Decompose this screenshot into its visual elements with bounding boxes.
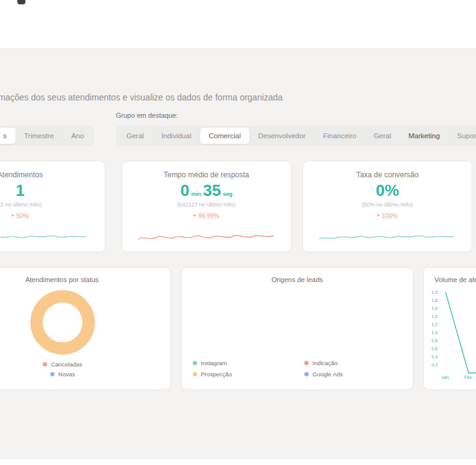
tab-group-individual[interactable]: Individual	[152, 128, 200, 144]
legend-label: Prospecção	[201, 371, 232, 378]
legend-item-canceladas: Canceladas	[43, 361, 82, 368]
tempo-seconds: 35	[203, 182, 221, 200]
tab-period-mes[interactable]: s	[0, 128, 15, 144]
card-tempo-value: 0 min 35 seg	[180, 182, 232, 200]
tab-group-geral-1[interactable]: Geral	[118, 128, 152, 144]
volume-x-tick: Fev.	[462, 374, 475, 380]
tab-group-suporte-tecnico[interactable]: Suporte técnico	[449, 128, 476, 144]
group-tabs: Geral Individual Comercial Desenvolvedor…	[116, 126, 476, 146]
legend-dot-canceladas	[43, 362, 47, 366]
logo-dot	[17, 0, 25, 4]
arrow-down-icon: ▾	[11, 213, 14, 218]
card-tempo-title: Tempo médio de resposta	[164, 170, 249, 179]
card-taxa-conversao: Taxa de conversão 0% (50% no último mês)…	[302, 161, 472, 252]
volume-x-axis: Jan.Fev.	[439, 374, 476, 382]
tab-group-marketing[interactable]: Marketing	[400, 128, 449, 144]
volume-y-tick: 0.6	[424, 345, 438, 353]
status-donut-chart	[30, 290, 95, 355]
card-atendimentos-delta: ▾ 50%	[11, 213, 29, 219]
sparkline-path	[138, 236, 274, 239]
volume-y-tick: 0.2	[424, 361, 438, 369]
volume-card-title: Volume de atendimentos	[424, 276, 476, 283]
legend-dot-google-ads	[304, 372, 309, 376]
card-taxa-delta: ▾ 100%	[377, 213, 398, 219]
legend-item-google-ads: Google Ads	[304, 371, 366, 378]
tempo-seconds-unit: seg	[223, 192, 232, 198]
legend-label: Google Ads	[312, 371, 343, 378]
bottom-bar	[0, 458, 476, 465]
sparkline-path	[319, 236, 454, 239]
volume-y-tick: 1.2	[424, 321, 438, 329]
legend-label: Novas	[58, 371, 75, 378]
volume-y-tick: 0.8	[424, 337, 438, 345]
leads-legend: Instagram Prospecção Indicação Google Ad…	[182, 360, 414, 378]
delta-value: 100%	[382, 213, 398, 219]
card-atendimentos-value: 1	[15, 182, 24, 200]
card-atendimentos-title: Atendimentos	[0, 170, 43, 179]
legend-item-instagram: Instagram	[193, 360, 255, 366]
card-tempo-medio: Tempo médio de resposta 0 min 35 seg (64…	[121, 161, 291, 252]
tab-group-financeiro[interactable]: Financeiro	[314, 128, 365, 144]
dashboard-content: mações dos seus atendimentos e visualize…	[0, 48, 476, 458]
sparkline-tempo	[137, 229, 275, 244]
volume-x-tick: Jan.	[439, 374, 452, 380]
legend-item-novas: Novas	[50, 371, 75, 378]
tab-group-desenvolvedor[interactable]: Desenvolvedor	[249, 128, 314, 144]
legend-label: Instagram	[201, 360, 227, 366]
sparkline-path	[0, 236, 86, 239]
period-tabs: s Trimestre Ano	[0, 126, 94, 146]
arrow-down-icon: ▾	[193, 213, 196, 218]
legend-dot-indicacao	[304, 361, 309, 365]
tab-group-geral-2[interactable]: Geral	[365, 128, 400, 144]
page-subtitle: mações dos seus atendimentos e visualize…	[0, 92, 283, 102]
card-origens-de-leads: Origens de leads Instagram Prospecção	[181, 267, 413, 390]
legend-item-indicacao: Indicação	[304, 360, 366, 366]
dashboard-screen: mações dos seus atendimentos e visualize…	[0, 0, 476, 465]
sparkline-atendimentos	[0, 229, 89, 244]
sparkline-taxa	[318, 229, 456, 244]
status-legend: Canceladas Novas	[0, 361, 172, 378]
legend-label: Canceladas	[51, 361, 82, 368]
tab-period-ano[interactable]: Ano	[63, 128, 92, 144]
legend-dot-prospeccao	[193, 372, 197, 376]
legend-label: Indicação	[312, 360, 338, 366]
volume-y-tick: 0.4	[424, 353, 438, 361]
delta-value: 50%	[17, 213, 29, 219]
delta-value: 99.99%	[198, 213, 219, 219]
card-tempo-subtext: (642127 no último mês)	[177, 202, 236, 208]
card-taxa-title: Taxa de conversão	[356, 170, 419, 179]
leads-card-title: Origens de leads	[182, 276, 413, 283]
card-taxa-value: 0%	[376, 182, 399, 200]
volume-y-tick: 1.8	[424, 296, 438, 304]
card-volume-de-atendimentos: Volume de atendimentos 2.01.81.61.41.21.…	[423, 267, 476, 390]
tab-period-trimestre[interactable]: Trimestre	[15, 128, 63, 144]
volume-line-chart	[439, 290, 476, 377]
legend-dot-novas	[50, 372, 55, 376]
card-taxa-subtext: (50% no último mês)	[362, 202, 413, 208]
card-atendimentos: Atendimentos 1 (2 no último mês) ▾ 50%	[0, 161, 105, 252]
arrow-down-icon: ▾	[377, 213, 379, 218]
card-atendimentos-por-status: Atendimentos por status Canceladas Novas	[0, 267, 171, 390]
tempo-minutes: 0	[180, 182, 189, 200]
leads-legend-col-2: Indicação Google Ads	[304, 360, 366, 378]
group-filter-label: Grupo em destaque:	[116, 112, 178, 119]
legend-item-prospeccao: Prospecção	[193, 371, 255, 378]
volume-y-axis: 2.01.81.61.41.21.00.80.60.40.2	[424, 288, 438, 369]
volume-line	[446, 293, 476, 373]
volume-y-tick: 1.4	[424, 312, 438, 321]
volume-y-tick: 2.0	[424, 288, 438, 296]
tempo-minutes-unit: min	[192, 192, 201, 198]
top-bar	[0, 0, 476, 48]
leads-legend-col-1: Instagram Prospecção	[193, 360, 255, 378]
status-card-title: Atendimentos por status	[0, 276, 170, 283]
tab-group-comercial[interactable]: Comercial	[200, 128, 250, 144]
card-atendimentos-subtext: (2 no último mês)	[0, 202, 42, 208]
volume-y-tick: 1.0	[424, 329, 438, 337]
volume-y-tick: 1.6	[424, 304, 438, 312]
legend-dot-instagram	[193, 361, 197, 365]
card-tempo-delta: ▾ 99.99%	[193, 213, 219, 219]
